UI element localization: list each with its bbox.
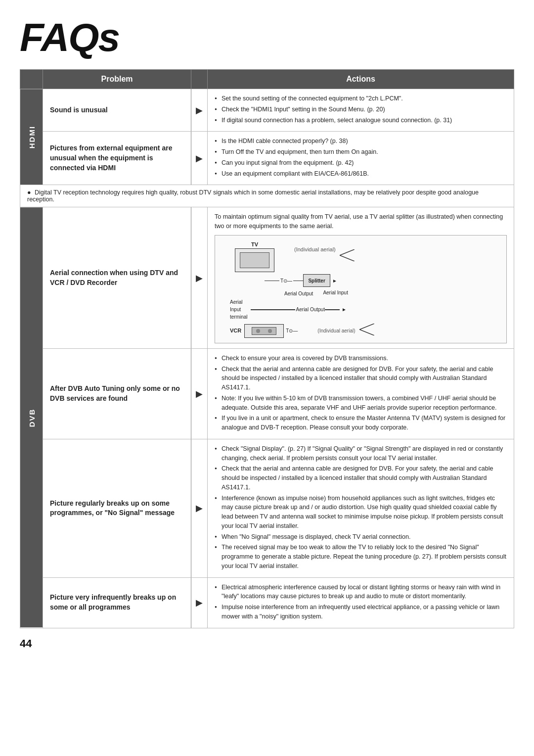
svg-line-3 [359,330,374,335]
action-item: Check the "HDMI1 Input" setting in the S… [215,105,507,114]
actions-hdmi-pictures: Is the HDMI cable connected properly? (p… [208,132,514,185]
actions-sound-unusual: Set the sound setting of the connected e… [208,89,514,132]
arrow-icon-1: ▶ [191,89,208,132]
action-item: Impulse noise interference from an infre… [215,603,507,621]
action-item: If digital sound connection has a proble… [215,116,507,125]
problem-infrequent: Picture very infrequently breaks up on s… [43,577,191,628]
problem-dvb-tuning: After DVB Auto Tuning only some or no DV… [43,348,191,439]
action-item: If you live in a unit or apartment, chec… [215,414,507,432]
action-item: Can you input signal from the equipment.… [215,158,507,168]
arrow-icon-2: ▶ [191,132,208,185]
action-item: Check that the aerial and antenna cable … [215,365,507,392]
problem-picture-breaks: Picture regularly breaks up on some prog… [43,439,191,577]
action-item: Set the sound setting of the connected e… [215,94,507,103]
action-item: Use an equipment compliant with EIA/CEA-… [215,169,507,179]
arrow-icon-3: ▶ [191,207,208,349]
svg-line-1 [340,255,355,261]
action-item: Check "Signal Display". (p. 27) If "Sign… [215,444,507,463]
dvb-section-label: DVB [20,207,43,628]
dvb-row-aerial: DVB Aerial connection when using DTV and… [20,207,514,349]
action-item: Check to ensure your area is covered by … [215,354,507,363]
action-item: Check that the aerial and antenna cable … [215,464,507,492]
hdmi-row-1: HDMI Sound is unusual ▶ Set the sound se… [20,89,514,132]
dvb-row-infrequent: Picture very infrequently breaks up on s… [20,577,514,628]
actions-header: Actions [208,70,514,89]
page-title: FAQs [20,15,514,60]
action-item: Is the HDMI cable connected properly? (p… [215,137,507,146]
problem-aerial: Aerial connection when using DTV and VCR… [43,207,191,349]
action-item: Electrical atmospheric interference caus… [215,583,507,602]
dvb-bullet: ● [27,189,31,196]
actions-picture-breaks: Check "Signal Display". (p. 27) If "Sign… [208,439,514,577]
problem-header: Problem [43,70,191,89]
problem-hdmi-pictures: Pictures from external equipment are unu… [43,132,191,185]
actions-infrequent: Electrical atmospheric interference caus… [208,577,514,628]
dvb-note-text: Digital TV reception technology requires… [27,189,479,203]
problem-sound-unusual: Sound is unusual [43,89,191,132]
arrow-icon-5: ▶ [191,439,208,577]
page-number: 44 [20,637,514,650]
svg-line-2 [359,324,374,330]
arrow-icon-4: ▶ [191,348,208,439]
hdmi-row-2: Pictures from external equipment are unu… [20,132,514,185]
splitter-box: Splitter [303,274,330,287]
tv-label: TV [251,240,258,249]
aerial-diagram: TV (Individual aerial) [215,235,507,343]
aerial-actions-text: To maintain optimum signal quality from … [215,212,507,231]
arrow-icon-6: ▶ [191,577,208,628]
vcr-label: VCR [230,327,241,335]
dvb-row-autotuning: After DVB Auto Tuning only some or no DV… [20,348,514,439]
hdmi-section-label: HDMI [20,89,43,185]
dvb-row-breaks: Picture regularly breaks up on some prog… [20,439,514,577]
dvb-note-row: ● Digital TV reception technology requir… [20,185,514,207]
action-item: When "No Signal" message is displayed, c… [215,532,507,542]
actions-aerial: To maintain optimum signal quality from … [208,207,514,349]
action-item: The received signal may be too weak to a… [215,543,507,570]
action-item: Turn Off the TV and equipment, then turn… [215,147,507,157]
faq-table: Problem Actions HDMI Sound is unusual ▶ … [20,69,514,628]
action-item: Note: If you live within 5-10 km of DVB … [215,394,507,413]
actions-dvb-tuning: Check to ensure your area is covered by … [208,348,514,439]
svg-line-0 [340,249,355,255]
action-item: Interference (known as impulse noise) fr… [215,494,507,531]
